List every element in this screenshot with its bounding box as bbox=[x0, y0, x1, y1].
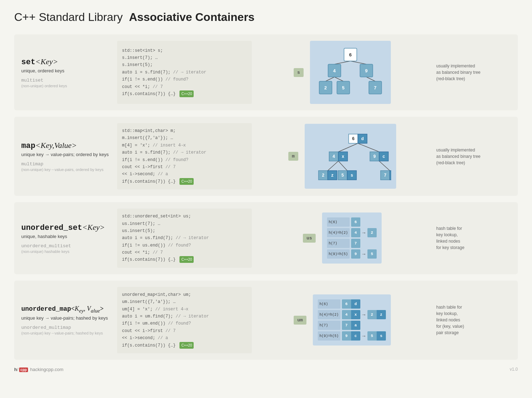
alt-desc: (non-unique) key→value-pairs; hashed by … bbox=[21, 331, 113, 335]
container-desc: unique key → value-pairs; hashed by keys bbox=[21, 315, 113, 321]
svg-text:7: 7 bbox=[384, 173, 386, 178]
diagram: 6d4x9c2z5s7a bbox=[305, 124, 396, 189]
svg-line-3 bbox=[334, 77, 343, 81]
footer-version: v1.0 bbox=[510, 367, 518, 372]
diagram: h(6)h(4)=h(2)h(7)h(9)=h(5)64→279→5 bbox=[322, 212, 382, 264]
col-left: unordered_set<Key>unique, hashable keysu… bbox=[21, 223, 113, 254]
container-desc: unique key → value-pairs; ordered by key… bbox=[21, 152, 113, 157]
col-right: usually implementedas balanced binary tr… bbox=[433, 147, 511, 166]
col-code: std::set<int> s;s.insert(7); …s.insert(5… bbox=[117, 41, 252, 104]
svg-line-18 bbox=[358, 143, 379, 152]
svg-text:7: 7 bbox=[374, 85, 377, 91]
svg-text:4: 4 bbox=[332, 154, 335, 159]
container-desc: unique, ordered keys bbox=[21, 68, 113, 73]
col-code: std::map<int,char> m;m.insert({7,'a'}); … bbox=[117, 123, 252, 189]
card-unordered_set: unordered_set<Key>unique, hashable keysu… bbox=[14, 202, 518, 274]
svg-line-21 bbox=[379, 161, 390, 171]
card-set: set<Key>unique, ordered keysmultiset(non… bbox=[14, 34, 518, 110]
title-bold-text: Associative Containers bbox=[129, 11, 255, 23]
alt-desc: (non-unique) hashable keys bbox=[21, 249, 113, 254]
container-label: s bbox=[294, 68, 304, 77]
svg-text:z: z bbox=[331, 173, 333, 178]
svg-text:9: 9 bbox=[365, 68, 368, 74]
footer-logo: h/cpp hackingcpp.com bbox=[14, 367, 63, 372]
svg-text:2: 2 bbox=[324, 85, 327, 91]
card-map: map<Key,Value>unique key → value-pairs; … bbox=[14, 117, 518, 196]
svg-line-17 bbox=[338, 143, 358, 152]
container-desc: unique, hashable keys bbox=[21, 234, 113, 239]
svg-text:s: s bbox=[350, 173, 353, 178]
container-label: us bbox=[303, 234, 316, 243]
svg-text:2: 2 bbox=[322, 173, 324, 178]
footer: h/cpp hackingcpp.com v1.0 bbox=[14, 367, 518, 372]
col-left: unordered_map<Key, Value>unique key → va… bbox=[21, 305, 113, 335]
svg-text:x: x bbox=[342, 154, 344, 159]
page-title: C++ Standard Library Associative Contain… bbox=[14, 11, 518, 24]
col-diagram: ush(6)h(4)=h(2)h(7)h(9)=h(5)64→279→5 bbox=[255, 212, 429, 264]
title-light-text: C++ Standard Library bbox=[14, 11, 123, 23]
alt-name: multiset bbox=[21, 78, 113, 83]
svg-text:6: 6 bbox=[352, 137, 354, 142]
container-name: unordered_map<Key, Value> bbox=[21, 305, 113, 314]
svg-line-19 bbox=[328, 161, 338, 171]
svg-line-0 bbox=[334, 61, 350, 64]
container-name: map<Key,Value> bbox=[21, 141, 113, 150]
container-name: set<Key> bbox=[21, 57, 113, 67]
svg-text:c: c bbox=[382, 154, 385, 159]
svg-text:5: 5 bbox=[341, 173, 344, 178]
svg-line-4 bbox=[366, 77, 375, 81]
cards-container: set<Key>unique, ordered keysmultiset(non… bbox=[14, 34, 518, 360]
container-label: m bbox=[288, 152, 298, 161]
container-name: unordered_set<Key> bbox=[21, 223, 113, 232]
diagram: h(6)h(4)=h(2)h(7)h(9)=h(5)6d4x→2z7a9c→5s bbox=[313, 294, 391, 346]
diagram: 649257 bbox=[310, 41, 391, 104]
container-label: um bbox=[294, 316, 306, 325]
col-code: unordered_map<int,char> um;um.insert({7,… bbox=[117, 287, 252, 353]
svg-text:4: 4 bbox=[333, 68, 336, 74]
col-diagram: m6d4x9c2z5s7a bbox=[255, 124, 429, 189]
col-right: hash table forkey lookup,linked nodesfor… bbox=[433, 225, 511, 251]
col-diagram: umh(6)h(4)=h(2)h(7)h(9)=h(5)6d4x→2z7a9c→… bbox=[255, 294, 429, 346]
alt-desc: (non-unique) key→value-pairs, ordered by… bbox=[21, 167, 113, 172]
svg-line-20 bbox=[338, 161, 347, 171]
col-right: usually implementedas balanced binary tr… bbox=[433, 63, 511, 82]
alt-desc: (non-unique) ordered keys bbox=[21, 84, 113, 88]
col-left: map<Key,Value>unique key → value-pairs; … bbox=[21, 141, 113, 172]
svg-line-2 bbox=[326, 77, 334, 81]
svg-line-1 bbox=[350, 61, 366, 64]
alt-name: unordered_multiset bbox=[21, 243, 113, 249]
footer-left: h/cpp hackingcpp.com bbox=[14, 367, 63, 372]
alt-name: multimap bbox=[21, 161, 113, 167]
col-left: set<Key>unique, ordered keysmultiset(non… bbox=[21, 57, 113, 88]
col-diagram: s649257 bbox=[255, 41, 429, 104]
svg-text:9: 9 bbox=[373, 154, 376, 159]
svg-text:d: d bbox=[361, 137, 364, 142]
alt-name: unordered_multimap bbox=[21, 325, 113, 330]
svg-text:6: 6 bbox=[349, 52, 352, 58]
footer-site: hackingcpp.com bbox=[30, 367, 63, 372]
col-right: hash table forkey lookup,linked nodesfor… bbox=[433, 304, 511, 336]
col-code: std::unordered_set<int> us;us.insert(7);… bbox=[117, 209, 252, 268]
svg-text:5: 5 bbox=[342, 85, 345, 91]
card-unordered_map: unordered_map<Key, Value>unique key → va… bbox=[14, 281, 518, 360]
svg-rect-44 bbox=[390, 171, 391, 180]
